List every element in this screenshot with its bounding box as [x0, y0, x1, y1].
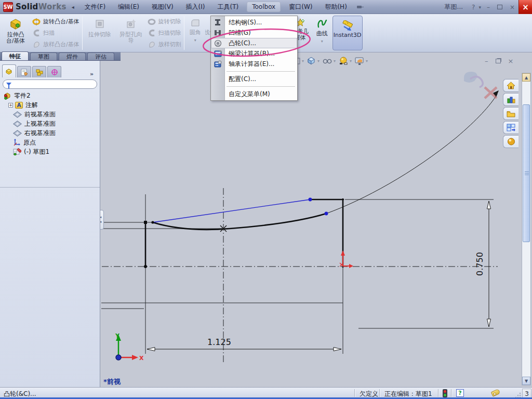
property-manager-icon [20, 69, 29, 76]
curves-button[interactable]: 曲线 ▾ [313, 16, 331, 50]
expand-icon[interactable]: + [8, 103, 13, 108]
tree-root-part[interactable]: 零件2 [0, 91, 100, 100]
tag-icon[interactable] [491, 389, 501, 397]
scroll-down-button[interactable]: ▼ [522, 377, 530, 385]
tree-item-right-plane[interactable]: 右视基准面 [0, 128, 100, 138]
tree-item-annotations[interactable]: + A 注解 [0, 100, 100, 110]
menu-file[interactable]: 文件(F) [78, 1, 112, 14]
help-dropdown-icon[interactable]: ▾ [478, 5, 481, 10]
tab-dimxpert-manager[interactable] [47, 66, 61, 77]
dropdown-arrow-icon[interactable]: ▾ [350, 59, 352, 63]
part-icon [3, 92, 11, 100]
toolbar-separator [82, 16, 83, 50]
quick-tips-icon[interactable]: ? [456, 389, 464, 397]
loft-boss-button[interactable]: 放样凸台/基体 [32, 39, 79, 50]
sketch-spline [153, 214, 326, 230]
menu-toolbox[interactable]: Toolbox [247, 2, 281, 12]
vertical-scrollbar[interactable]: ▲ ▼ [522, 73, 531, 385]
menu-separator [227, 71, 295, 72]
hide-show-items-icon[interactable] [322, 57, 332, 65]
menu-item-groove[interactable]: 凹槽(G) [211, 28, 297, 38]
resources-tab[interactable] [503, 79, 518, 92]
sweep-button[interactable]: 扫描 [32, 28, 79, 38]
dropdown-arrow-icon[interactable]: ▾ [194, 38, 196, 43]
doc-minimize-button[interactable]: – [485, 57, 488, 65]
doc-restore-button[interactable] [496, 59, 501, 63]
dropdown-arrow-icon[interactable]: ▾ [334, 59, 336, 63]
dimension-height-value[interactable]: 0.750 [475, 252, 485, 276]
appearance-icon[interactable] [338, 56, 349, 65]
extrude-boss-button[interactable]: 拉伸凸台/基体 [1, 16, 31, 50]
menu-help[interactable]: 帮助(H) [318, 1, 353, 14]
view-palette-tab[interactable] [503, 121, 518, 134]
help-icon[interactable]: ? [472, 4, 475, 11]
dropdown-arrow-icon[interactable]: ▾ [317, 59, 320, 63]
curves-icon [316, 18, 328, 29]
menu-item-customize-menu[interactable]: 自定义菜单(M) [211, 89, 297, 99]
view-palette-icon [507, 124, 515, 131]
extrude-cut-button[interactable]: 拉伸切除 [85, 16, 115, 50]
maximize-button[interactable] [497, 5, 502, 9]
pin-icon[interactable] [356, 3, 364, 10]
tree-item-sketch1[interactable]: (-) 草图1 [0, 147, 100, 156]
spline-end-point [325, 212, 328, 216]
view-orientation-label: *前视 [103, 377, 121, 387]
menu-item-beam-calculator[interactable]: 钢梁计算器(B)... [211, 48, 297, 59]
loft-cut-button[interactable]: 放样切割 [148, 39, 181, 50]
dropdown-arrow-icon[interactable]: ▾ [366, 59, 368, 63]
menu-view[interactable]: 视图(V) [145, 1, 180, 14]
chevron-icon[interactable]: » [90, 71, 94, 77]
view-orientation-icon[interactable] [307, 56, 316, 65]
menu-edit[interactable]: 编辑(E) [112, 1, 145, 14]
scroll-up-button[interactable]: ▲ [522, 73, 530, 82]
status-separator [451, 389, 451, 397]
menu-item-configure[interactable]: 配置(C)... [211, 74, 297, 84]
hole-wizard-icon [125, 18, 137, 30]
tab-evaluate[interactable]: 评估 [87, 52, 114, 60]
tab-property-manager[interactable] [17, 66, 31, 77]
menu-collapse-icon[interactable]: ◂ [72, 4, 74, 10]
menubar: 文件(F) 编辑(E) 视图(V) 插入(I) 工具(T) Toolbox 窗口… [78, 0, 364, 14]
doc-close-button[interactable]: × [508, 57, 514, 65]
filter-input[interactable] [3, 79, 97, 89]
close-app-button[interactable]: × [518, 0, 532, 14]
tree-item-top-plane[interactable]: 上视基准面 [0, 119, 100, 128]
fillet-button[interactable]: 圆角 ▾ [187, 16, 204, 50]
dropdown-arrow-icon[interactable]: ▾ [321, 39, 323, 44]
dimxpert-manager-icon [50, 69, 59, 76]
revolve-cut-button[interactable]: 旋转切除 [148, 16, 181, 26]
hole-wizard-button[interactable]: 异型孔向导 [116, 16, 146, 50]
tree-item-origin[interactable]: 原点 [0, 138, 100, 147]
titlebar-right: 草图... ? ▾ – × × [445, 0, 532, 14]
menu-item-structural-steel[interactable]: 结构钢(S)... [211, 17, 297, 28]
design-library-tab[interactable] [503, 93, 518, 106]
scene-icon[interactable] [354, 57, 365, 65]
sweep-cut-button[interactable]: 扫描切除 [148, 28, 181, 38]
revolve-cut-icon [148, 18, 156, 25]
sketch-icon [13, 148, 21, 155]
tree-item-front-plane[interactable]: 前视基准面 [0, 110, 100, 119]
appearances-tab[interactable] [503, 135, 518, 148]
menu-insert[interactable]: 插入(I) [180, 1, 211, 14]
tab-weldments[interactable]: 焊件 [59, 52, 86, 60]
close-window-glyph[interactable]: × [510, 4, 515, 11]
menu-item-cam[interactable]: 凸轮(C)... [211, 38, 297, 48]
dimension-width-value[interactable]: 1.125 [207, 337, 231, 347]
dropdown-arrow-icon[interactable]: ▾ [302, 59, 304, 63]
file-explorer-tab[interactable] [503, 107, 518, 120]
task-pane-tabs [503, 79, 518, 149]
menu-window[interactable]: 窗口(W) [283, 1, 318, 14]
menu-item-bearing-calculator[interactable]: 轴承计算器(E)... [211, 59, 297, 69]
tab-feature-tree[interactable] [2, 64, 16, 77]
revolve-boss-button[interactable]: 旋转凸台/基体 [32, 16, 79, 26]
instant3d-button[interactable]: Instant3D [332, 16, 363, 50]
menu-tools[interactable]: 工具(T) [211, 1, 245, 14]
cut-tools-column: 旋转切除 扫描切除 放样切割 [148, 16, 181, 50]
tab-sketch[interactable]: 草图 [30, 52, 57, 60]
tab-configuration-manager[interactable] [32, 66, 46, 77]
sketch-point [151, 221, 154, 223]
minimize-button[interactable]: – [487, 4, 490, 11]
search-label[interactable]: 草图... [445, 3, 463, 11]
scrollbar-thumb[interactable] [523, 104, 530, 242]
tab-features[interactable]: 特征 [2, 51, 29, 60]
